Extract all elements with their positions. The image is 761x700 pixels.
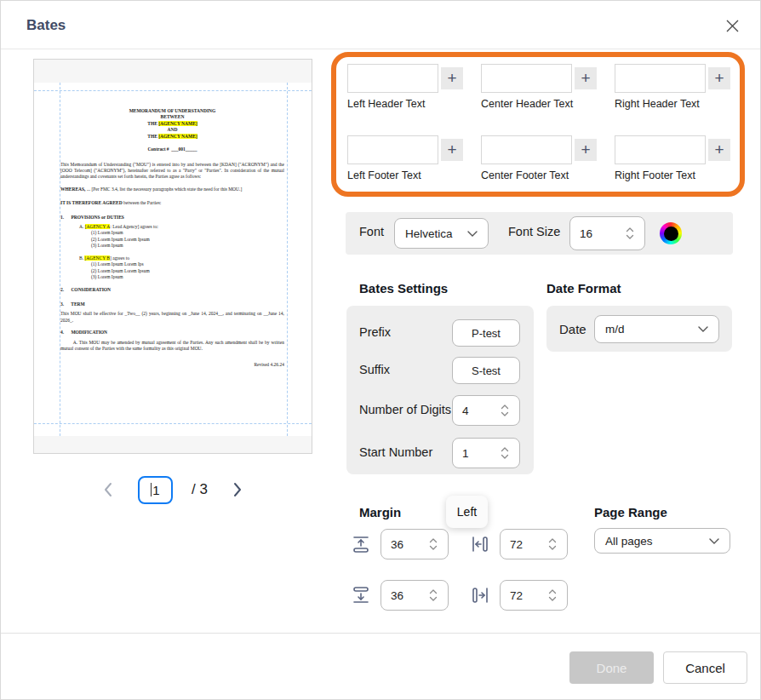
spinner-icon[interactable] (625, 226, 635, 241)
date-format-heading: Date Format (546, 281, 621, 295)
font-color-picker-icon[interactable] (660, 222, 682, 244)
right-margin-guide (287, 83, 288, 436)
add-left-header-button[interactable]: + (441, 67, 463, 89)
font-size-label: Font Size (508, 225, 560, 238)
right-margin-stepper[interactable]: 72 (500, 580, 568, 611)
start-number-stepper[interactable]: 1 (452, 438, 520, 468)
left-footer-label: Left Footer Text (347, 169, 421, 181)
spinner-icon[interactable] (547, 588, 558, 603)
add-right-footer-button[interactable]: + (708, 139, 730, 161)
prefix-input[interactable] (452, 319, 520, 347)
top-margin-stepper[interactable]: 36 (380, 529, 449, 559)
center-header-label: Center Header Text (481, 98, 573, 110)
bottom-margin-icon (352, 586, 370, 605)
page-range-value: All pages (605, 535, 653, 548)
left-header-label: Left Header Text (347, 98, 426, 110)
right-header-label: Right Header Text (615, 98, 700, 110)
right-header-input[interactable] (615, 64, 706, 93)
left-header-input[interactable] (347, 64, 438, 93)
date-format-dropdown[interactable]: m/d (594, 315, 719, 343)
chevron-down-icon (467, 231, 478, 237)
left-margin-stepper[interactable]: 72 (500, 529, 568, 559)
date-format-panel: Date m/d (546, 306, 732, 352)
bates-settings-panel: Prefix Suffix Number of Digits 4 Start N… (346, 306, 534, 474)
plus-icon: + (447, 141, 456, 158)
page-count-label: / 3 (192, 481, 208, 498)
previous-page-button[interactable] (97, 479, 119, 501)
suffix-input[interactable] (452, 357, 520, 384)
bottom-margin-value: 36 (391, 589, 403, 602)
plus-icon: + (714, 141, 724, 158)
add-center-footer-button[interactable]: + (575, 139, 597, 161)
date-format-value: m/d (605, 323, 625, 336)
add-center-header-button[interactable]: + (575, 67, 597, 89)
number-of-digits-stepper[interactable]: 4 (452, 395, 520, 426)
chevron-down-icon (709, 538, 719, 544)
done-button[interactable]: Done (569, 651, 654, 684)
font-family-dropdown[interactable]: Helvetica (394, 218, 489, 249)
dialog-title: Bates (26, 1, 66, 49)
spinner-icon[interactable] (428, 588, 438, 603)
next-page-button[interactable] (226, 479, 249, 501)
left-margin-icon (471, 535, 489, 554)
page-range-heading: Page Range (594, 505, 667, 519)
bates-settings-heading: Bates Settings (359, 281, 448, 295)
suffix-label: Suffix (359, 363, 390, 376)
dialog-header: Bates (1, 1, 760, 49)
right-margin-icon (471, 586, 489, 605)
plus-icon: + (447, 69, 456, 87)
add-left-footer-button[interactable]: + (441, 139, 463, 161)
left-margin-value: 72 (510, 538, 523, 551)
chevron-down-icon (698, 326, 708, 332)
document-preview: MEMORANDUM OF UNDERSTANDINGBETWEENTHE [A… (33, 59, 312, 454)
font-bar: Font Helvetica Font Size 16 (346, 212, 733, 255)
plus-icon: + (581, 69, 590, 87)
page-number-input[interactable]: 1 (138, 476, 173, 504)
add-right-header-button[interactable]: + (708, 67, 730, 89)
margin-heading: Margin (359, 505, 401, 519)
plus-icon: + (714, 69, 724, 87)
footer-divider (1, 633, 760, 634)
font-family-value: Helvetica (405, 227, 453, 240)
spinner-icon[interactable] (547, 536, 558, 552)
close-icon (725, 19, 740, 33)
spinner-icon[interactable] (428, 536, 438, 552)
top-margin-value: 36 (391, 538, 403, 551)
spinner-icon[interactable] (500, 445, 510, 461)
bottom-margin-stepper[interactable]: 36 (380, 580, 449, 611)
font-label: Font (359, 225, 384, 238)
number-of-digits-value: 4 (462, 405, 469, 417)
right-footer-label: Right Footer Text (615, 169, 695, 181)
chevron-right-icon (232, 482, 243, 497)
center-footer-label: Center Footer Text (481, 169, 569, 181)
plus-icon: + (581, 141, 590, 158)
document-content: MEMORANDUM OF UNDERSTANDINGBETWEENTHE [A… (60, 83, 284, 436)
close-button[interactable] (721, 14, 743, 37)
center-footer-input[interactable] (481, 135, 572, 164)
page-navigation: 1 / 3 (33, 471, 312, 508)
start-number-label: Start Number (359, 445, 432, 459)
start-number-value: 1 (462, 447, 469, 460)
text-cursor (151, 483, 152, 496)
top-margin-icon (352, 535, 370, 554)
bates-dialog: Bates MEMORANDUM OF UNDERSTANDINGBETWEEN… (0, 0, 761, 700)
spinner-icon[interactable] (500, 403, 510, 418)
left-margin-tooltip: Left (446, 496, 488, 528)
cancel-button[interactable]: Cancel (663, 651, 747, 684)
center-header-input[interactable] (481, 64, 572, 93)
prefix-label: Prefix (359, 325, 391, 339)
date-label: Date (559, 322, 586, 336)
page-range-dropdown[interactable]: All pages (594, 528, 730, 554)
right-footer-input[interactable] (615, 135, 706, 164)
chevron-left-icon (103, 482, 113, 497)
font-size-value: 16 (580, 227, 592, 240)
number-of-digits-label: Number of Digits (359, 403, 451, 416)
font-size-stepper[interactable]: 16 (569, 216, 645, 250)
right-margin-value: 72 (510, 589, 523, 602)
left-footer-input[interactable] (347, 135, 438, 164)
